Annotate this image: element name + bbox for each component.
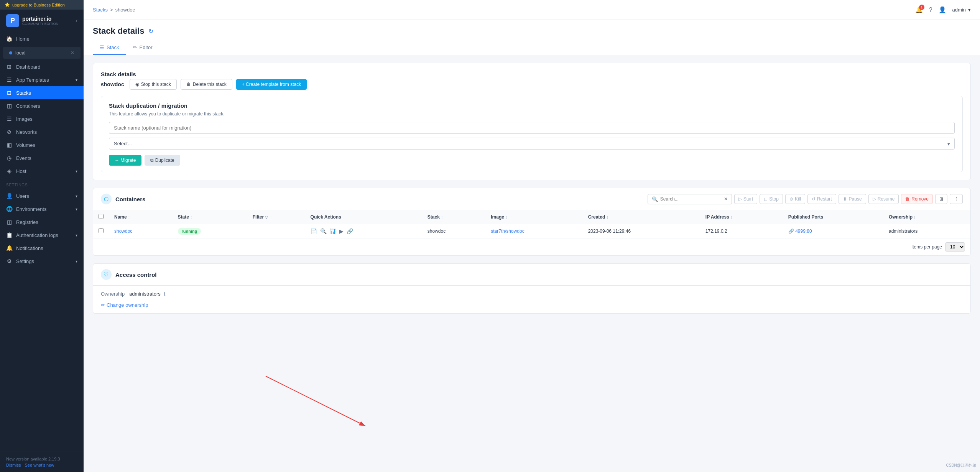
exec-icon[interactable]: ▶ bbox=[339, 228, 344, 234]
sidebar-item-events[interactable]: ◷ Events bbox=[0, 151, 84, 164]
upgrade-banner[interactable]: ⭐ upgrade to Business Edition bbox=[0, 0, 84, 10]
containers-section-title: Containers bbox=[115, 196, 145, 202]
duplicate-button[interactable]: ⧉ Duplicate bbox=[145, 155, 180, 166]
sidebar-item-dashboard[interactable]: ⊞ Dashboard bbox=[0, 60, 84, 73]
remove-icon: 🗑 bbox=[905, 196, 910, 202]
row-stack: showdoc bbox=[428, 229, 446, 234]
chevron-down-icon: ▾ bbox=[76, 259, 77, 263]
volumes-icon: ◧ bbox=[6, 142, 12, 148]
notifications-icon: 🔔 bbox=[6, 245, 12, 251]
search-clear-icon[interactable]: ✕ bbox=[724, 196, 728, 202]
restart-icon: ↺ bbox=[812, 196, 816, 202]
kill-button[interactable]: ⊘ Kill bbox=[785, 194, 805, 204]
svg-line-1 bbox=[266, 376, 365, 426]
breadcrumb-parent[interactable]: Stacks bbox=[93, 7, 108, 13]
endpoint-select[interactable]: Select... bbox=[109, 138, 955, 150]
delete-stack-button[interactable]: 🗑 Delete this stack bbox=[181, 79, 232, 90]
sidebar-item-label: Users bbox=[16, 193, 29, 199]
col-name: Name ↕ bbox=[109, 210, 173, 224]
col-state: State ↕ bbox=[173, 210, 247, 224]
env-close-icon[interactable]: ✕ bbox=[71, 50, 74, 56]
sidebar-item-auth-logs[interactable]: 📋 Authentication logs ▾ bbox=[0, 229, 84, 242]
topbar-right: 🔔 1 ? 👤 admin ▾ bbox=[915, 6, 971, 13]
row-port-link[interactable]: 🔗 4999:80 bbox=[788, 229, 812, 234]
sidebar-item-label: Notifications bbox=[16, 245, 43, 251]
stats-icon[interactable]: 📊 bbox=[330, 228, 336, 234]
stacks-icon: ⊟ bbox=[6, 90, 12, 96]
kill-icon: ⊘ bbox=[789, 196, 793, 202]
page-header: Stack details ↻ ☰ Stack ✏ Editor bbox=[84, 20, 980, 55]
help-button[interactable]: ? bbox=[929, 7, 932, 13]
search-box: 🔍 ✕ bbox=[648, 194, 732, 204]
attach-icon[interactable]: 🔗 bbox=[347, 228, 353, 234]
sidebar-item-users[interactable]: 👤 Users ▾ bbox=[0, 189, 84, 202]
inspect-icon[interactable]: 🔍 bbox=[320, 228, 327, 234]
duplication-section: Stack duplication / migration This featu… bbox=[101, 96, 963, 172]
start-button[interactable]: ▷ Start bbox=[734, 194, 757, 204]
user-button[interactable]: 👤 bbox=[939, 6, 946, 13]
stack-name-input[interactable] bbox=[109, 122, 955, 134]
stop-stack-button[interactable]: ◉ Stop this stack bbox=[130, 79, 177, 90]
containers-section-icon: ⬡ bbox=[101, 194, 112, 204]
see-whats-new-link[interactable]: See what's new bbox=[25, 463, 54, 467]
pause-button[interactable]: ⏸ Pause bbox=[839, 194, 866, 204]
notifications-button[interactable]: 🔔 1 bbox=[915, 6, 923, 13]
col-ip: IP Address ↕ bbox=[700, 210, 783, 224]
row-created: 2023-09-06 11:29:46 bbox=[588, 229, 631, 234]
sidebar-item-host[interactable]: ◈ Host ▾ bbox=[0, 164, 84, 178]
select-all-checkbox[interactable] bbox=[99, 214, 104, 219]
row-image-link[interactable]: star7th/showdoc bbox=[491, 229, 524, 234]
shield-icon: 🛡 bbox=[104, 271, 109, 278]
sidebar-item-containers[interactable]: ◫ Containers bbox=[0, 99, 84, 112]
create-template-label: + Create template from stack bbox=[242, 82, 301, 87]
page-tabs: ☰ Stack ✏ Editor bbox=[93, 41, 971, 55]
networks-icon: ⊘ bbox=[6, 129, 12, 135]
logs-icon[interactable]: 📄 bbox=[311, 228, 317, 234]
env-name: local bbox=[15, 50, 26, 56]
sidebar: ⭐ upgrade to Business Edition P portaine… bbox=[0, 0, 84, 472]
chevron-down-icon: ▾ bbox=[76, 194, 77, 198]
stack-actions-row: showdoc ◉ Stop this stack 🗑 Delete this … bbox=[101, 79, 963, 90]
sidebar-item-settings[interactable]: ⚙ Settings ▾ bbox=[0, 255, 84, 268]
restart-button[interactable]: ↺ Restart bbox=[807, 194, 836, 204]
items-per-page-select[interactable]: 10 25 50 bbox=[945, 242, 965, 252]
container-name-link[interactable]: showdoc bbox=[114, 229, 132, 234]
stop-button[interactable]: ◻ Stop bbox=[760, 194, 783, 204]
search-input[interactable] bbox=[660, 196, 722, 202]
sidebar-item-images[interactable]: ☰ Images bbox=[0, 112, 84, 125]
tab-stack[interactable]: ☰ Stack bbox=[93, 41, 126, 55]
dismiss-link[interactable]: Dismiss bbox=[6, 463, 21, 467]
row-checkbox[interactable] bbox=[99, 228, 104, 233]
create-template-button[interactable]: + Create template from stack bbox=[236, 79, 307, 90]
user-menu[interactable]: admin ▾ bbox=[952, 7, 971, 13]
tab-label: Editor bbox=[140, 44, 153, 50]
change-ownership-link[interactable]: ✏ Change ownership bbox=[93, 302, 156, 313]
resume-button[interactable]: ▷ Resume bbox=[868, 194, 899, 204]
sidebar-item-label: Networks bbox=[16, 129, 37, 135]
sidebar-item-home[interactable]: 🏠 Home bbox=[0, 32, 84, 45]
environments-icon: 🌐 bbox=[6, 206, 12, 212]
sidebar-item-networks[interactable]: ⊘ Networks bbox=[0, 125, 84, 138]
stop-label: Stop bbox=[769, 196, 779, 202]
columns-button[interactable]: ⊞ bbox=[935, 194, 947, 204]
sidebar-item-notifications[interactable]: 🔔 Notifications bbox=[0, 242, 84, 255]
stack-tab-icon: ☰ bbox=[100, 44, 104, 50]
more-options-button[interactable]: ⋮ bbox=[950, 194, 963, 204]
col-created: Created ↕ bbox=[583, 210, 700, 224]
collapse-sidebar-button[interactable]: ‹ bbox=[76, 17, 77, 24]
info-icon[interactable]: ℹ bbox=[164, 291, 166, 297]
col-ownership: Ownership ↕ bbox=[883, 210, 970, 224]
sidebar-env-local[interactable]: local ✕ bbox=[3, 47, 81, 59]
sidebar-item-app-templates[interactable]: ☰ App Templates ▾ bbox=[0, 73, 84, 86]
sidebar-item-environments[interactable]: 🌐 Environments ▾ bbox=[0, 202, 84, 215]
remove-button[interactable]: 🗑 Remove bbox=[901, 194, 933, 204]
ownership-value: administrators bbox=[129, 291, 161, 297]
cube-icon: ⬡ bbox=[104, 196, 109, 202]
sidebar-item-stacks[interactable]: ⊟ Stacks bbox=[0, 86, 84, 99]
refresh-button[interactable]: ↻ bbox=[148, 28, 153, 35]
migrate-button[interactable]: → Migrate bbox=[109, 155, 141, 166]
tab-editor[interactable]: ✏ Editor bbox=[126, 41, 159, 55]
search-icon: 🔍 bbox=[652, 196, 658, 202]
sidebar-item-registries[interactable]: ◫ Registries bbox=[0, 215, 84, 229]
sidebar-item-volumes[interactable]: ◧ Volumes bbox=[0, 138, 84, 151]
